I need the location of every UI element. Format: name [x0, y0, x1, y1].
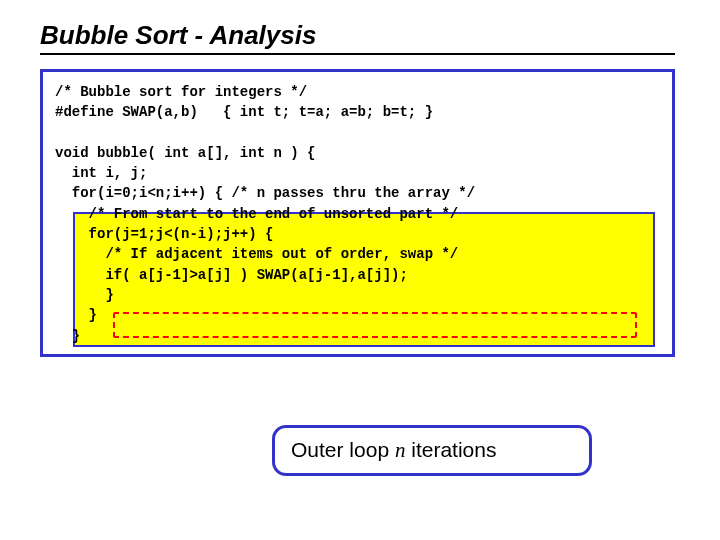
code-line: } — [55, 328, 80, 344]
callout-box: Outer loop n iterations — [272, 425, 592, 476]
slide-container: Bubble Sort - Analysis /* Bubble sort fo… — [40, 20, 675, 357]
slide-title: Bubble Sort - Analysis — [40, 20, 675, 51]
code-line: for(j=1;j<(n-i);j++) { — [55, 226, 273, 242]
callout-prefix: Outer loop — [291, 438, 395, 461]
callout-var: n — [395, 438, 406, 462]
code-line: } — [55, 307, 97, 323]
code-line: } — [55, 287, 114, 303]
code-line: /* If adjacent items out of order, swap … — [55, 246, 458, 262]
code-line: int i, j; — [55, 165, 147, 181]
code-line: /* From start to the end of unsorted par… — [55, 206, 458, 222]
code-line: for(i=0;i<n;i++) { /* n passes thru the … — [55, 185, 475, 201]
code-line: if( a[j-1]>a[j] ) SWAP(a[j-1],a[j]); — [55, 267, 408, 283]
title-rule — [40, 53, 675, 55]
code-box: /* Bubble sort for integers */ #define S… — [40, 69, 675, 357]
callout: Outer loop n iterations — [272, 425, 592, 476]
code-line: #define SWAP(a,b) { int t; t=a; a=b; b=t… — [55, 104, 433, 120]
code-line: /* Bubble sort for integers */ — [55, 84, 307, 100]
code-block: /* Bubble sort for integers */ #define S… — [55, 82, 660, 346]
code-line: void bubble( int a[], int n ) { — [55, 145, 315, 161]
callout-suffix: iterations — [405, 438, 496, 461]
